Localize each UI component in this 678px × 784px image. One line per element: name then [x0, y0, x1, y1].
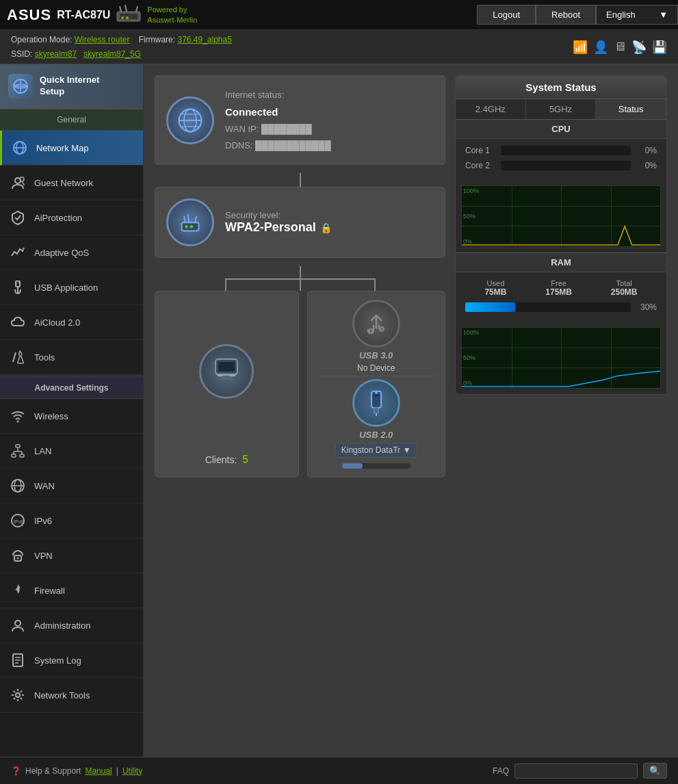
sidebar-item-wireless[interactable]: Wireless	[0, 399, 143, 434]
chevron-down-icon: ▼	[659, 10, 668, 20]
connector-line	[300, 173, 301, 187]
ram-section: Used 75MB Free 175MB Total 250MB	[456, 272, 666, 324]
network-tools-label: Network Tools	[34, 690, 90, 701]
sidebar-item-firewall[interactable]: Firewall	[0, 573, 143, 608]
adaptive-qos-label: Adaptive QoS	[34, 248, 89, 258]
language-selector[interactable]: English ▼	[596, 5, 678, 25]
core2-bar-bg	[501, 161, 631, 170]
sidebar-item-guest-network[interactable]: Guest Network	[0, 166, 143, 200]
core1-bar-bg	[501, 146, 631, 155]
manual-link[interactable]: Manual	[85, 766, 112, 776]
reboot-button[interactable]: Reboot	[536, 5, 596, 25]
ssid-label: SSID:	[11, 49, 32, 59]
clients-label: Clients:	[205, 454, 237, 465]
sidebar-item-aicloud[interactable]: AiCloud 2.0	[0, 305, 143, 340]
tab-5ghz[interactable]: 5GHz	[526, 99, 597, 119]
wan-ip-value: ████████	[261, 124, 312, 134]
ssid1-value[interactable]: skyrealm87	[35, 49, 77, 59]
usb-progress-fill	[342, 463, 363, 469]
core1-pct: 0%	[636, 146, 657, 155]
ai-protection-label: AiProtection	[34, 213, 82, 223]
system-status-panel: System Status 2.4GHz 5GHz Status CPU Cor…	[455, 75, 667, 478]
firewall-label: Firewall	[34, 586, 65, 596]
administration-icon	[8, 616, 27, 635]
sidebar-item-usb-application[interactable]: USB Application	[0, 270, 143, 305]
usb-device-selector[interactable]: Kingston DataTr ▼	[335, 443, 417, 458]
user-status-icon: 👤	[593, 40, 608, 55]
tools-label: Tools	[34, 352, 55, 363]
sidebar-item-network-map[interactable]: Network Map	[0, 131, 143, 166]
cpu-section: Core 1 0% Core 2 0%	[456, 139, 666, 183]
quick-internet-label: Quick Internet Setup	[40, 75, 99, 98]
sidebar-item-system-log[interactable]: System Log	[0, 643, 143, 678]
ram-stats: Used 75MB Free 175MB Total 250MB	[465, 279, 657, 297]
svg-point-40	[16, 693, 20, 697]
internet-card: Internet status: Connected WAN IP: █████…	[155, 75, 445, 165]
svg-point-35	[15, 620, 21, 626]
sidebar-item-ipv6[interactable]: IPv6 IPv6	[0, 504, 143, 538]
t-connector	[155, 266, 445, 291]
operation-mode-value[interactable]: Wireless router	[75, 35, 130, 44]
svg-rect-23	[20, 454, 24, 457]
statusbar: Operation Mode: Wireless router Firmware…	[0, 30, 678, 64]
ssid2-value[interactable]: skyrealm87_5G	[83, 49, 141, 59]
svg-line-50	[195, 216, 196, 222]
router-icon	[116, 2, 142, 27]
ram-bar-bg	[465, 302, 631, 312]
vpn-label: VPN	[34, 551, 53, 561]
sidebar-item-administration[interactable]: Administration	[0, 608, 143, 643]
save-status-icon: 💾	[652, 40, 667, 55]
tab-24ghz[interactable]: 2.4GHz	[456, 99, 526, 119]
powered-by: Powered by Asuswrt-Merlin	[147, 5, 197, 25]
ipv6-icon: IPv6	[8, 511, 27, 530]
sidebar-item-network-tools[interactable]: Network Tools	[0, 678, 143, 713]
security-card: Security level: WPA2-Personal 🔒	[155, 187, 445, 258]
sidebar-item-lan[interactable]: LAN	[0, 434, 143, 469]
guest-network-label: Guest Network	[34, 178, 93, 188]
ram-graph-svg	[462, 328, 660, 388]
faq-search-button[interactable]: 🔍	[643, 763, 667, 779]
utility-link[interactable]: Utility	[122, 766, 142, 776]
lan-icon	[8, 441, 27, 460]
svg-point-52	[190, 225, 194, 228]
bottombar-right: FAQ 🔍	[493, 763, 667, 779]
usb-card: USB 3.0 No Device	[307, 291, 446, 478]
sidebar-item-quick-internet[interactable]: Quick Internet Setup	[0, 64, 143, 109]
ram-free-value: 175MB	[545, 287, 572, 297]
ddns-label: DDNS:	[225, 140, 252, 151]
sidebar-item-tools[interactable]: Tools	[0, 340, 143, 375]
ss-panel: System Status 2.4GHz 5GHz Status CPU Cor…	[455, 75, 667, 395]
faq-search-input[interactable]	[514, 763, 638, 779]
ram-pct: 30%	[636, 302, 657, 312]
svg-line-49	[187, 213, 189, 222]
svg-line-2	[120, 6, 121, 12]
statusbar-info: Operation Mode: Wireless router Firmware…	[11, 33, 232, 61]
wan-ip-label: WAN IP:	[225, 124, 259, 134]
tab-status[interactable]: Status	[596, 99, 666, 119]
tools-icon	[8, 348, 27, 367]
core2-pct: 0%	[636, 161, 657, 170]
svg-line-3	[125, 5, 127, 12]
content-area: Internet status: Connected WAN IP: █████…	[144, 64, 678, 757]
sidebar-item-vpn[interactable]: VPN	[0, 538, 143, 573]
svg-text:IPv6: IPv6	[14, 519, 23, 524]
clients-card[interactable]: Clients: 5	[155, 291, 299, 478]
faq-label: FAQ	[493, 766, 509, 776]
t-vert-left	[225, 278, 226, 291]
administration-label: Administration	[34, 620, 90, 631]
sidebar-item-adaptive-qos[interactable]: Adaptive QoS	[0, 235, 143, 270]
sidebar-item-wan[interactable]: WAN	[0, 469, 143, 504]
wan-label: WAN	[34, 481, 55, 491]
chevron-down-icon: ▼	[403, 445, 411, 455]
svg-line-19	[13, 352, 16, 362]
usb20-label: USB 2.0	[359, 430, 393, 440]
ram-total-label: Total	[611, 279, 638, 287]
lock-icon: 🔒	[320, 222, 332, 233]
usb-divider	[316, 376, 437, 376]
firmware-value[interactable]: 376.49_alpha5	[177, 35, 231, 44]
logout-button[interactable]: Logout	[477, 5, 536, 25]
ipv6-label: IPv6	[34, 516, 52, 526]
sidebar-item-ai-protection[interactable]: AiProtection	[0, 200, 143, 235]
cpu-graph-svg	[462, 186, 660, 246]
svg-point-64	[375, 391, 378, 394]
